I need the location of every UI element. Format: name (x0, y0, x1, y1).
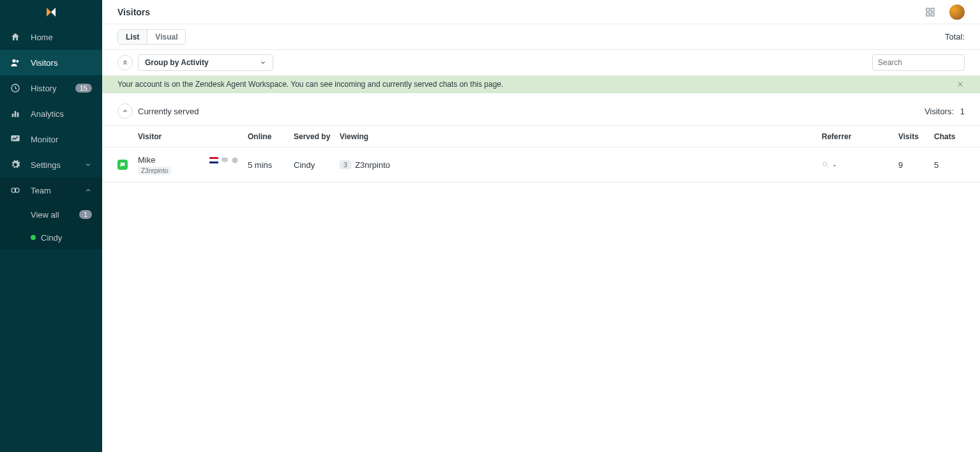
table-header-row: Visitor Online Served by Viewing Referre… (102, 125, 980, 147)
team-icon (10, 185, 20, 195)
history-icon (10, 83, 20, 93)
col-chats: Chats (934, 132, 965, 141)
sidebar-item-monitor[interactable]: Monitor (0, 126, 102, 152)
flag-uk-icon (209, 157, 218, 163)
main-content: Visitors List Visual Total: Group by Act… (102, 0, 980, 452)
chat-active-icon (117, 160, 128, 170)
sidebar-item-label: History (31, 84, 75, 93)
section-toggle[interactable] (117, 103, 133, 119)
svg-rect-9 (926, 8, 930, 11)
team-member-cindy[interactable]: Cindy (0, 226, 102, 249)
chats-count: 5 (934, 160, 965, 170)
group-by-dropdown[interactable]: Group by Activity (138, 54, 273, 71)
sidebar-item-label: Monitor (31, 135, 92, 144)
sidebar-item-history[interactable]: History 15 (0, 75, 102, 101)
view-all-label: View all (31, 210, 79, 220)
col-visits: Visits (898, 132, 934, 141)
collapse-all-button[interactable] (117, 55, 133, 70)
visitors-count: Visitors: 1 (924, 107, 965, 116)
sidebar-item-analytics[interactable]: Analytics (0, 101, 102, 126)
sidebar-item-team[interactable]: Team (0, 177, 102, 203)
desktop-icon (221, 156, 229, 164)
sidebar-item-home[interactable]: Home (0, 24, 102, 50)
banner-text: Your account is on the Zendesk Agent Wor… (117, 80, 503, 89)
view-mode-toggle: List Visual (117, 29, 186, 45)
svg-rect-4 (15, 111, 17, 117)
svg-rect-11 (926, 13, 930, 16)
history-badge: 15 (75, 84, 92, 93)
svg-point-0 (12, 59, 15, 63)
sidebar-item-settings[interactable]: Settings (0, 152, 102, 177)
online-duration: 5 mins (248, 160, 294, 170)
chevron-down-icon (84, 161, 92, 169)
info-banner: Your account is on the Zendesk Agent Wor… (102, 75, 980, 93)
viewing-page: Z3nrpinto (355, 160, 390, 170)
sidebar-item-label: Home (31, 33, 92, 42)
svg-rect-3 (12, 114, 14, 117)
team-view-all[interactable]: View all 1 (0, 203, 102, 226)
visitor-tag: Z3nrpinto (138, 167, 171, 175)
svg-point-16 (823, 162, 827, 166)
visitors-table: Visitor Online Served by Viewing Referre… (102, 125, 980, 183)
gear-icon (10, 160, 20, 170)
apps-icon[interactable] (925, 7, 935, 17)
col-viewing: Viewing (340, 132, 822, 141)
table-row[interactable]: Mike Z3nrpinto 5 mins Cindy 3 Z3nrpin (102, 147, 980, 183)
col-served-by: Served by (294, 132, 340, 141)
chevron-down-icon (260, 59, 266, 66)
search-icon (822, 161, 829, 169)
total-label: Total: (945, 32, 965, 41)
analytics-icon (10, 109, 20, 119)
toolbar: Group by Activity (102, 50, 980, 75)
chevron-up-icon (84, 186, 92, 194)
section-header: Currently served Visitors: 1 (102, 93, 980, 125)
visitor-name: Mike (138, 155, 171, 165)
home-icon (10, 32, 20, 42)
sidebar: Home Visitors History 15 Analytics Monit… (0, 0, 102, 452)
search-input[interactable] (872, 54, 965, 71)
page-header: Visitors (102, 0, 980, 24)
close-icon[interactable] (956, 80, 965, 89)
tab-visual[interactable]: Visual (147, 30, 185, 44)
svg-rect-5 (17, 112, 19, 117)
sidebar-item-label: Team (31, 186, 84, 195)
page-title: Visitors (117, 7, 925, 17)
logo[interactable] (0, 0, 102, 24)
col-visitor: Visitor (138, 132, 248, 141)
sidebar-item-label: Settings (31, 160, 84, 170)
svg-point-15 (232, 157, 238, 163)
browser-icon (231, 156, 239, 164)
visitors-icon (10, 57, 20, 68)
svg-rect-12 (931, 13, 934, 16)
svg-point-1 (16, 60, 19, 63)
svg-rect-10 (931, 8, 934, 11)
section-title: Currently served (138, 107, 199, 116)
team-member-name: Cindy (41, 233, 92, 243)
view-controls: List Visual Total: (102, 24, 980, 50)
referrer-value: - (833, 160, 836, 170)
status-online-icon (31, 235, 36, 240)
user-avatar[interactable] (949, 4, 965, 20)
visits-count: 9 (898, 160, 934, 170)
tab-list[interactable]: List (118, 30, 147, 44)
sidebar-item-label: Visitors (31, 58, 92, 68)
monitor-icon (10, 134, 20, 144)
group-by-label: Group by Activity (145, 58, 209, 67)
sidebar-item-label: Analytics (31, 109, 92, 119)
col-referrer: Referrer (822, 132, 898, 141)
page-count-badge: 3 (340, 160, 351, 169)
served-by-agent: Cindy (294, 160, 340, 170)
svg-rect-14 (224, 162, 226, 163)
svg-rect-13 (222, 158, 228, 162)
view-all-badge: 1 (79, 210, 92, 219)
col-online: Online (248, 132, 294, 141)
sidebar-item-visitors[interactable]: Visitors (0, 50, 102, 75)
